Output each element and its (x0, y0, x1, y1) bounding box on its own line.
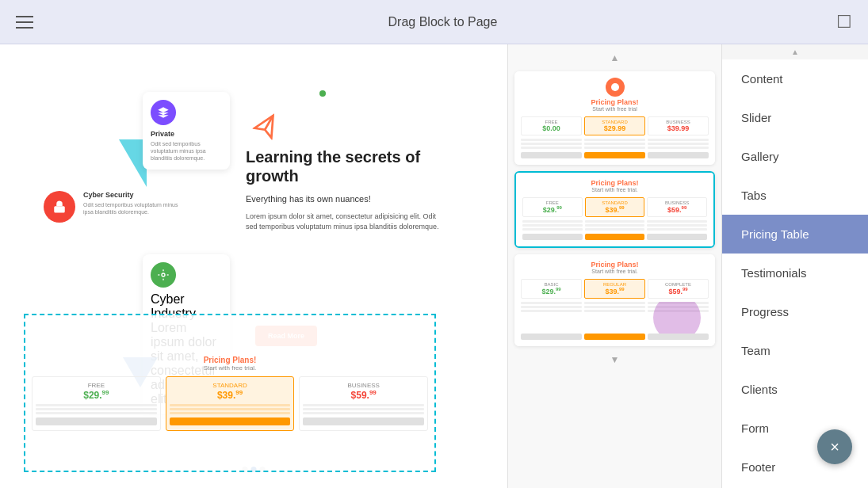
blocks-panel: ▲ Pricing Plans! Start with free trial F… (507, 44, 721, 488)
pricing-block-3[interactable]: Pricing Plans! Start with free trial. BA… (514, 254, 715, 346)
sidebar-scroll-up[interactable]: ▲ (722, 44, 868, 59)
main-heading: Learning the secrets of growth (246, 147, 444, 185)
sidebar-item-progress[interactable]: Progress (722, 292, 868, 331)
main-content: Private Odit sed temporibus voluptatum m… (0, 44, 868, 488)
right-sidebar: ▲ Content Slider Gallery Tabs Pricing Ta… (721, 44, 868, 488)
sidebar-item-slider[interactable]: Slider (722, 98, 868, 137)
sidebar-item-content[interactable]: Content (722, 59, 868, 98)
mobile-preview-icon[interactable]: ☐ (836, 12, 852, 32)
sidebar-item-gallery[interactable]: Gallery (722, 137, 868, 176)
pricing-block-1[interactable]: Pricing Plans! Start with free trial FRE… (514, 71, 715, 165)
private-icon (151, 100, 176, 125)
svg-point-3 (162, 273, 165, 276)
sidebar-item-tabs[interactable]: Tabs (722, 176, 868, 215)
sidebar-item-clients[interactable]: Clients (722, 370, 868, 409)
deco-dot-green (319, 90, 326, 97)
hamburger-menu[interactable] (16, 16, 33, 29)
sidebar-item-testimonials[interactable]: Testimonials (722, 254, 868, 292)
page-title: Drag Block to Page (49, 15, 836, 29)
main-body: Lorem ipsum dolor sit amet, consectetur … (246, 212, 444, 231)
canvas-content: Private Odit sed temporibus voluptatum m… (0, 44, 507, 488)
canvas-area: Private Odit sed temporibus voluptatum m… (0, 44, 507, 488)
svg-rect-2 (54, 206, 65, 212)
cyber-security-title: Cyber Security (83, 191, 178, 199)
card-private-title: Private (151, 130, 222, 138)
scroll-up-arrow[interactable]: ▲ (514, 51, 715, 65)
close-button[interactable]: × (817, 429, 852, 464)
sidebar-item-pricing-table[interactable]: Pricing Table (722, 215, 868, 254)
paper-plane-icon (250, 113, 282, 150)
main-text-block: Learning the secrets of growth Everythin… (246, 147, 444, 237)
sidebar-item-team[interactable]: Team (722, 331, 868, 370)
cyber-security-icon (44, 191, 75, 223)
card-private-text: Odit sed temporibus voluptatum minus ips… (151, 140, 222, 162)
pricing-block-2-selected[interactable]: Pricing Plans! Start with free trial. FR… (514, 171, 715, 248)
card-private: Private Odit sed temporibus voluptatum m… (143, 92, 230, 170)
industry-icon (151, 262, 176, 288)
card-cyber-security: Cyber Security Odit sed temporibus volup… (83, 191, 178, 215)
main-subheading: Everything has its own nuances! (246, 193, 444, 205)
cyber-security-text: Odit sed temporibus voluptatum minus ips… (83, 201, 178, 215)
selected-pricing-block[interactable]: Pricing Plans! Start with free trial. FR… (24, 314, 436, 472)
scroll-down-arrow[interactable]: ▼ (514, 353, 715, 367)
top-bar: Drag Block to Page ☐ (0, 0, 868, 44)
